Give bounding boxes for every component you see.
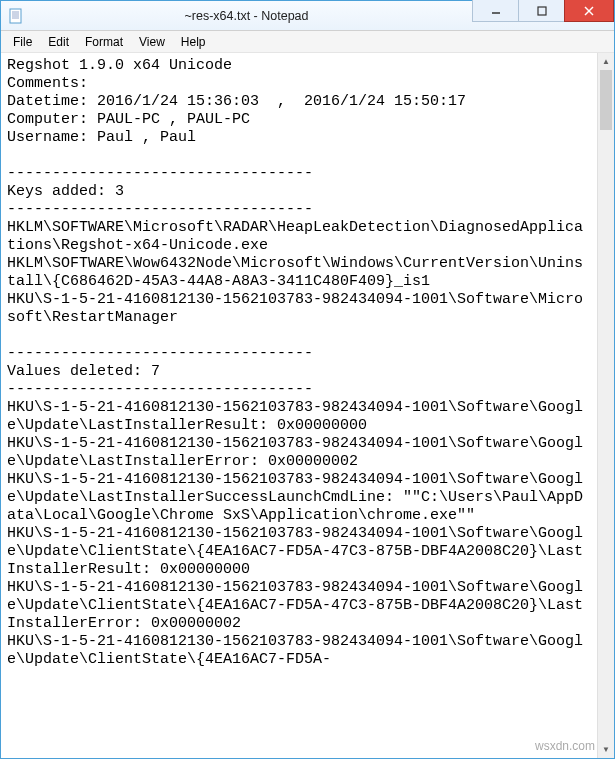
menu-file[interactable]: File — [5, 33, 40, 51]
scroll-down-button[interactable]: ▼ — [598, 741, 614, 758]
titlebar[interactable]: ~res-x64.txt - Notepad — [1, 1, 614, 31]
content-area: Regshot 1.9.0 x64 Unicode Comments: Date… — [1, 53, 614, 758]
maximize-button[interactable] — [518, 0, 564, 22]
menubar: File Edit Format View Help — [1, 31, 614, 53]
notepad-icon — [7, 7, 25, 25]
window-title: ~res-x64.txt - Notepad — [31, 9, 472, 23]
menu-format[interactable]: Format — [77, 33, 131, 51]
vertical-scrollbar[interactable]: ▲ ▼ — [597, 53, 614, 758]
svg-rect-6 — [538, 7, 546, 15]
notepad-window: ~res-x64.txt - Notepad File Edit Format … — [0, 0, 615, 759]
window-controls — [472, 1, 614, 30]
scroll-thumb[interactable] — [600, 70, 612, 130]
menu-help[interactable]: Help — [173, 33, 214, 51]
scroll-up-button[interactable]: ▲ — [598, 53, 614, 70]
scroll-track[interactable] — [598, 70, 614, 741]
menu-view[interactable]: View — [131, 33, 173, 51]
close-button[interactable] — [564, 0, 614, 22]
minimize-button[interactable] — [472, 0, 518, 22]
menu-edit[interactable]: Edit — [40, 33, 77, 51]
text-area[interactable]: Regshot 1.9.0 x64 Unicode Comments: Date… — [1, 53, 597, 758]
